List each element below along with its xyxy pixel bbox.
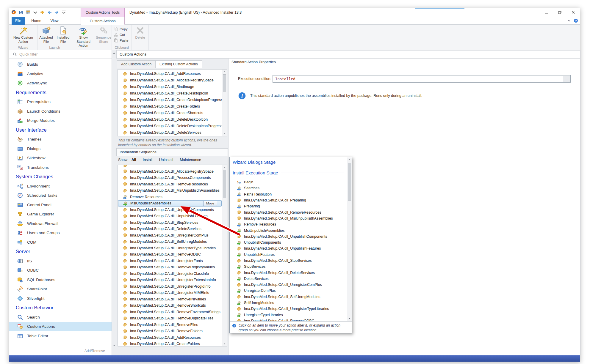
build-dropdown-icon[interactable] [32,9,38,15]
sequence-item[interactable]: Ima.DynaMed.Setup.CA.dll_StopServices [118,219,222,226]
sidebar-item-environment[interactable]: Environment [9,182,112,191]
sequence-item[interactable]: Ima.DynaMed.Setup.CA.dll_RemoveDuplicate… [118,315,222,322]
back-icon[interactable] [46,9,52,15]
existing-action-item[interactable]: Ima.DynaMed.Setup.CA.dll_BindImage [118,83,222,90]
sequence-item[interactable]: Ima.DynaMed.Setup.CA.dll_UnpublishFeatur… [118,213,222,220]
save-icon[interactable] [18,9,24,15]
sequence-item[interactable]: Ima.DynaMed.Setup.CA.dll_AddResources [118,334,222,341]
stage-item[interactable]: Ima.DynaMed.Setup.CA.dll_RemoveODBC [230,318,347,321]
build-icon[interactable] [25,9,31,15]
scroll-down-icon[interactable] [223,343,226,345]
tab-file[interactable]: File [12,17,25,25]
paste-button[interactable]: Paste [114,38,132,42]
scroll-thumb[interactable] [348,163,351,201]
sequence-item[interactable]: Ima.DynaMed.Setup.CA.dll_UnregisterMIMEI… [118,290,222,296]
sidebar-item-control-panel[interactable]: Control Panel [9,200,112,210]
sidebar-item-sharepoint[interactable]: SharePoint [9,284,112,294]
new-custom-action-button[interactable]: New Custom Action [10,26,36,44]
sequence-item[interactable]: Ima.DynaMed.Setup.CA.dll_RemoveINIValues [118,296,222,302]
sidebar-item-search[interactable]: Search [9,313,112,322]
sequence-item[interactable]: Ima.DynaMed.Setup.CA.dll_SelfUnregModule… [118,239,222,245]
sequence-item-msiunpublishassemblies[interactable]: MsiUnpublishAssembliesMove [118,200,222,207]
sidebar-item-merge-modules[interactable]: Merge Modules [9,116,112,125]
sidebar-item-odbc[interactable]: ODBC [9,266,112,275]
existing-action-item[interactable]: Ima.DynaMed.Setup.CA.dll_CreateDesktopIc… [118,90,222,97]
sidebar-item-custom-actions[interactable]: Custom Actions [9,322,112,331]
installed-file-button[interactable]: Installed File [55,26,71,44]
sequence-item[interactable]: Ima.DynaMed.Setup.CA.dll_UnregisterComPl… [118,232,222,239]
sequence-item[interactable]: Ima.DynaMed.Setup.CA.dll_RemoveRegistryV… [118,264,222,271]
sidebar-item-users-and-groups[interactable]: Users and Groups [9,228,112,238]
sidebar-item-builds[interactable]: Builds [9,60,112,69]
filter-install[interactable]: Install [143,158,153,162]
sequence-item[interactable]: Ima.DynaMed.Setup.CA.dll_RemoveFiles [118,322,222,328]
browse-button[interactable]: ... [563,76,570,82]
sequence-item[interactable]: Ima.DynaMed.Setup.CA.dll_AllocateRegistr… [118,168,222,175]
sidebar-scrollbar[interactable] [112,50,116,348]
stage-item[interactable]: SelfUnregModules [230,300,347,306]
scroll-down-icon[interactable] [348,317,351,320]
cut-button[interactable]: Cut [114,32,132,37]
sequence-item[interactable]: Ima.DynaMed.Setup.CA.dll_MsiUnpublisdhAs… [118,187,222,194]
existing-action-item[interactable]: Ima.DynaMed.Setup.CA.dll_DeleteDesktopIc… [118,116,222,123]
stage-item[interactable]: Ima.DynaMed.Setup.CA.dll_RemoveResources [230,209,347,215]
sidebar-item-prerequisites[interactable]: Prerequisites [9,97,112,107]
sequence-item[interactable]: Ima.DynaMed.Setup.CA.dll_UnregisterFonts [118,258,222,264]
sidebar-item-silverlight[interactable]: Silverlight [9,294,112,303]
sidebar-item-table-editor[interactable]: Table Editor [9,331,112,341]
sidebar-item-slideshow[interactable]: Slideshow [9,153,112,163]
sidebar-item-launch-conditions[interactable]: ?Launch Conditions [9,107,112,116]
sidebar-item-activesync[interactable]: ActiveSync [9,78,112,88]
stage-item[interactable]: Ima.DynaMed.Setup.CA.dll_UnregisterTypeL… [230,306,347,312]
sequence-item[interactable]: Ima.DynaMed.Setup.CA.dll_RemoveShortcuts [118,302,222,309]
sidebar-item-scheduled-tasks[interactable]: Scheduled Tasks [9,191,112,200]
sequence-item[interactable]: Ima.DynaMed.Setup.CA.dll_UnregisterTypeL… [118,245,222,251]
existing-action-item[interactable]: Ima.DynaMed.Setup.CA.dll_CreateFolders [118,103,222,110]
sidebar-item-com[interactable]: COM [9,238,112,247]
existing-action-item[interactable]: Ima.DynaMed.Setup.CA.dll_DeleteDesktopIc… [118,123,222,129]
delete-button[interactable]: Delete [133,26,148,40]
sequence-item[interactable]: Ima.DynaMed.Setup.CA.dll_DeleteServices [118,226,222,232]
stage-item[interactable]: DeleteServices [230,276,347,282]
tab-existing-custom-actions[interactable]: Existing Custom Actions [155,60,202,68]
sequence-item[interactable]: Ima.DynaMed.Setup.CA.dll_RemoveFolders [118,328,222,335]
filter-uninstall[interactable]: Uninstall [159,158,173,162]
stage-item[interactable]: Ima.DynaMed.Setup.CA.dll_UnpublishFeatur… [230,245,347,251]
sidebar-item-dialogs[interactable]: Dialogs [9,144,112,154]
stage-item[interactable]: Remove Resources [230,221,347,227]
scroll-up-icon[interactable] [223,166,226,168]
sequence-item[interactable]: Remove Resources [118,194,222,200]
copy-button[interactable]: Copy [114,27,132,31]
stage-item[interactable]: Paths Resolution [230,191,347,197]
stage-item[interactable]: UnpublishFeatures [230,252,347,258]
tab-add-custom-action[interactable]: Add Custom Action [117,60,156,68]
scroll-thumb[interactable] [223,74,226,92]
existing-action-item[interactable]: Ima.DynaMed.Setup.CA.dll_AddResources [118,70,222,77]
stage-item[interactable]: Ima.DynaMed.Setup.CA.dll_UnregisterComPl… [230,282,347,288]
wizard-dialogs-stage-header[interactable]: Wizard Dialogs Stage [233,160,344,165]
add-remove-link[interactable]: Add/Remove [84,349,105,353]
sequence-item[interactable]: Ima.DynaMed.Setup.CA.dll_UnregisterExten… [118,277,222,283]
attached-file-button[interactable]: Attached File [38,26,54,44]
sidebar-item-iis[interactable]: IIS [9,256,112,266]
tab-view[interactable]: View [47,17,62,25]
stage-item[interactable]: UnregisterTypeLibraries [230,312,347,318]
filter-all[interactable]: All [132,158,136,162]
filter-maintenance[interactable]: Maintenance [180,158,201,162]
help-icon[interactable]: ? [574,18,578,23]
sequence-item[interactable]: Ima.DynaMed.Setup.CA.dll_UnregisterProgI… [118,283,222,290]
stage-item[interactable]: Ima.DynaMed.Setup.CA.dll_UnpublishCompon… [230,234,347,239]
sequence-item[interactable] [118,165,222,168]
popup-scrollbar[interactable] [347,157,352,321]
scroll-thumb[interactable] [223,170,226,198]
existing-action-item[interactable]: Ima.DynaMed.Setup.CA.dll_AllocateRegistr… [118,77,222,83]
sequence-item[interactable]: Ima.DynaMed.Setup.CA.dll_UnregisterClass… [118,270,222,277]
stage-item-msiunpublishassemblies[interactable]: MsiUnpublishAssemblies [230,227,347,233]
tab-custom-actions[interactable]: Custom Actions [81,17,125,25]
sidebar-item-themes[interactable]: Themes [9,135,112,144]
scroll-down-icon[interactable] [112,344,116,347]
move-button[interactable]: Move [203,201,217,206]
stage-item[interactable]: Ima.DynaMed.Setup.CA.dll_Preparing [230,197,347,203]
sequence-item[interactable]: Ima.DynaMed.Setup.CA.dll_ProcessComponen… [118,175,222,181]
sidebar-item-translations[interactable]: AЖTranslations [9,163,112,172]
